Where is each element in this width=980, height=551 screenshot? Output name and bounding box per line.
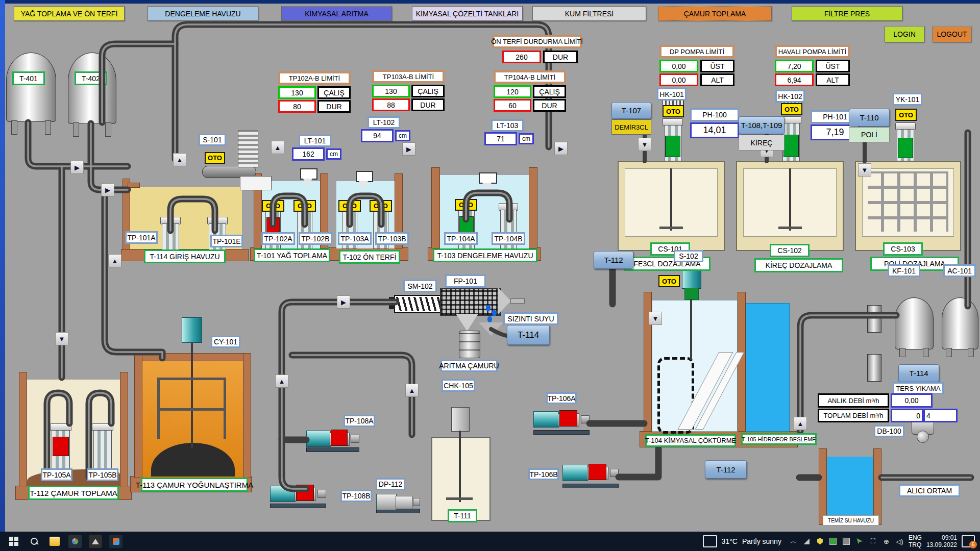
basin-t113-wall [134, 353, 142, 478]
pump-tp105b-graphic [91, 423, 114, 469]
weather-temp[interactable]: 31°C [722, 537, 738, 545]
search-icon[interactable] [28, 535, 41, 548]
limit-tp102-run-value[interactable]: 130 [278, 86, 316, 99]
area-label-t104: T-104 KİMYASAL ÇÖKTÜRME [645, 434, 736, 447]
news-icon[interactable] [703, 535, 717, 547]
tray-globe-icon[interactable]: ⊕ [882, 537, 891, 546]
tank-t401-graphic [6, 53, 56, 122]
db100-meter-head [917, 431, 929, 443]
screw-conveyor-cap [389, 297, 395, 309]
weather-text[interactable]: Partly sunny [742, 537, 781, 545]
pump-tp105a-graphic [49, 423, 72, 469]
nav-camur-toplama[interactable]: ÇAMUR TOPLAMA [658, 6, 772, 21]
limit-on-terfi-title: ÖN TERFİ DURDURMA LİMİTİ [492, 35, 582, 48]
basin-giris-wall [128, 183, 140, 188]
limit-havali-alt-value[interactable]: 6,94 [775, 73, 814, 86]
file-explorer-icon[interactable] [48, 535, 61, 548]
basin-t103-wall [431, 167, 440, 248]
tray-app-icon[interactable] [829, 537, 838, 546]
nav-kimyasal-cozelti[interactable]: KİMYASAL ÇÖZELTİ TANKLARI [412, 6, 523, 21]
basin-t103-wall [529, 167, 537, 248]
tray-chevron-icon[interactable]: ︿ [789, 537, 798, 546]
limit-tp103-stop-value[interactable]: 88 [372, 98, 410, 111]
limit-on-terfi-dur: DUR [543, 51, 578, 63]
button-t114-sizinti[interactable]: T-114 [507, 325, 550, 345]
pinned-app-icon[interactable] [109, 535, 122, 548]
tray-volume-icon[interactable]: ◁) [895, 537, 904, 546]
nav-kum-filtresi[interactable]: KUM FİLTRESİ [532, 6, 646, 21]
button-t108-t109[interactable]: T-108,T-109 [739, 116, 785, 134]
cs103-lamella-frame [868, 171, 948, 232]
t113-scraper-arm [157, 378, 160, 439]
area-label-t105: T-105 HİDROFOR BESLEME [741, 433, 817, 445]
button-t112-upper[interactable]: T-112 [594, 251, 633, 269]
limit-tp104-run-value[interactable]: 120 [494, 85, 531, 98]
sublabel-poli[interactable]: POLİ [849, 127, 890, 142]
tag-s101: S-101 [199, 134, 226, 146]
button-t114-ters[interactable]: T-114 [898, 364, 939, 382]
language-line1: ENG [909, 534, 922, 541]
limit-dp-alt-value[interactable]: 0,00 [659, 73, 698, 86]
oto-badge-tp102a: OTO [262, 200, 284, 212]
flow-toplam-value-right[interactable]: 4 [923, 409, 958, 422]
tray-shield-icon[interactable] [816, 537, 824, 546]
flow-anlik-label: ANLIK DEBİ m³/h [818, 393, 889, 408]
limit-tp104-stop-value[interactable]: 60 [494, 99, 531, 112]
notification-icon[interactable]: 6 [962, 535, 975, 547]
button-t110[interactable]: T-110 [849, 109, 890, 127]
nav-kimyasal-aritma[interactable]: KİMYASAL ARITMA [281, 6, 392, 21]
start-button[interactable] [7, 535, 20, 548]
sublabel-kirec[interactable]: KİREÇ [739, 135, 785, 151]
nav-yag-toplama[interactable]: YAĞ TOPLAMA VE ÖN TERFİ [14, 6, 125, 21]
pump-tp106a-graphic [533, 408, 590, 435]
yk101-pump-body [894, 122, 917, 161]
fp101-hopper [456, 314, 478, 331]
limit-havali-ust-value[interactable]: 7,20 [775, 60, 814, 72]
pump-tp108a-graphic [306, 428, 359, 452]
pinned-app-icon[interactable] [89, 535, 102, 548]
clock[interactable]: 09:01 13.09.2022 [926, 534, 957, 548]
pinned-app-icon[interactable] [68, 535, 82, 548]
tag-kf101: KF-101 [888, 264, 920, 277]
tag-yk101: YK-101 [893, 93, 922, 106]
language-indicator[interactable]: ENG TRQ [909, 534, 922, 548]
limit-tp102-stop-value[interactable]: 80 [278, 100, 316, 113]
oto-badge-hk101: OTO [663, 105, 684, 117]
tag-tp106a: TP-106A [546, 392, 577, 404]
tag-tp105b: TP-105B [87, 468, 118, 481]
flow-anlik-value: 0,00 [891, 393, 933, 408]
logout-button[interactable]: LOGOUT [933, 26, 971, 42]
t113-scraper-arm [224, 378, 226, 439]
button-t107[interactable]: T-107 [611, 102, 651, 119]
limit-tp104-dur: DUR [533, 99, 566, 112]
windows-taskbar: 31°C Partly sunny ︿ ⛶ ⊕ ◁) ENG TRQ 09:01… [0, 532, 980, 551]
limit-tp104-title: TP104A-B LİMİTİ [494, 70, 566, 84]
t113-scraper-beam [158, 408, 226, 411]
limit-tp104-calis: ÇALIŞ [533, 85, 566, 98]
tag-hk101: HK-101 [657, 88, 687, 101]
t113-scraper-shaft [191, 341, 193, 448]
pump-tp108b-graphic [270, 483, 326, 508]
nav-dengeleme-havuzu[interactable]: DENGELEME HAVUZU [148, 6, 258, 21]
button-t112-lower[interactable]: T-112 [705, 460, 747, 479]
window-left-edge [0, 0, 5, 532]
tray-usermode-icon[interactable] [842, 537, 851, 546]
limit-on-terfi-value[interactable]: 260 [502, 51, 541, 63]
t113-scraper-beam [158, 378, 226, 380]
sublabel-demir3cl[interactable]: DEMİR3CL [611, 119, 651, 135]
value-ph100: 14,01 [690, 122, 739, 138]
tray-network-icon[interactable] [802, 537, 811, 546]
basin-t112-wall [120, 372, 128, 487]
limit-dp-ust: ÜST [700, 60, 734, 72]
limit-tp103-run-value[interactable]: 130 [372, 85, 410, 97]
nav-filtre-pres[interactable]: FİLTRE PRES [792, 6, 902, 21]
limit-dp-alt: ALT [700, 73, 734, 86]
login-button[interactable]: LOGIN [885, 26, 924, 42]
flow-toplam-value-left[interactable]: 0 [891, 409, 923, 422]
flow-arrow-right: ▶ [70, 161, 84, 174]
tray-pointer-icon[interactable] [855, 537, 864, 546]
tray-display-icon[interactable]: ⛶ [869, 537, 877, 546]
fp101-shaft [510, 298, 525, 304]
area-label-t101: T-101 YAĞ TOPLAMA [254, 248, 330, 262]
limit-dp-ust-value[interactable]: 0,00 [659, 60, 698, 72]
